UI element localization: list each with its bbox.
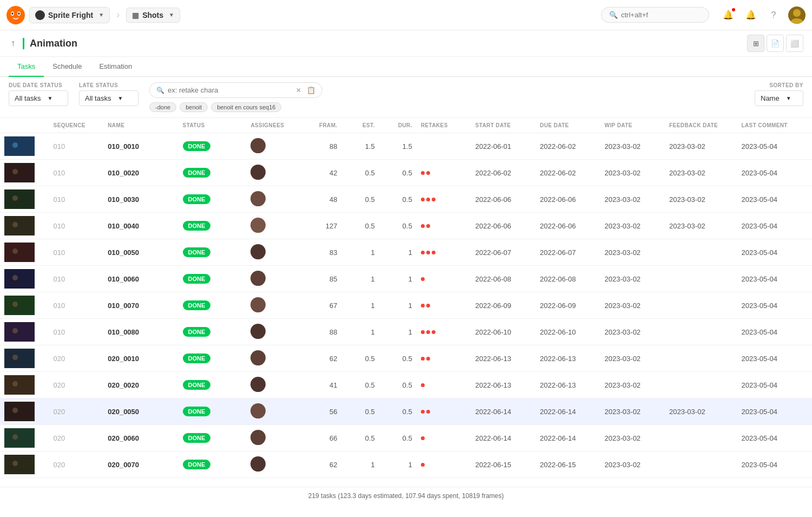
back-button[interactable]: ↑: [9, 36, 17, 50]
row-sequence: 020: [49, 425, 104, 451]
row-feedback-date: [665, 345, 737, 372]
row-assignees: [246, 372, 301, 398]
table-row[interactable]: 010 010_0060 DONE 85 1 1 2022-06-08 2022…: [0, 266, 812, 292]
status-text: 219 tasks (123.3 days estimated, 107.94 …: [308, 492, 504, 500]
col-header-frames[interactable]: FRAM.: [301, 118, 341, 133]
row-name: 010_0060: [103, 266, 178, 292]
row-thumbnail: [0, 213, 49, 239]
col-header-dur[interactable]: DUR.: [379, 118, 417, 133]
row-last-comment: 2023-05-04: [737, 292, 812, 319]
view-toggle: ⊞ 📄 ⬜: [747, 35, 803, 52]
row-retakes: [417, 266, 471, 292]
due-date-filter[interactable]: All tasks ▼: [9, 90, 68, 106]
document-view-button[interactable]: 📄: [767, 35, 784, 52]
col-header-last-comment[interactable]: LAST COMMENT: [737, 118, 812, 133]
row-start-date: 2022-06-06: [471, 186, 536, 213]
tag-benoit-seq16[interactable]: benoit en cours seq16: [211, 102, 281, 112]
status-badge: DONE: [183, 460, 211, 469]
row-thumbnail: [0, 345, 49, 372]
late-filter-value: All tasks: [85, 94, 111, 102]
col-header-name[interactable]: NAME: [103, 118, 178, 133]
table-row[interactable]: 020 020_0020 DONE 41 0.5 0.5 2022-06-13 …: [0, 372, 812, 398]
row-est: 0.5: [342, 213, 379, 239]
row-dur: 0.5: [379, 372, 417, 398]
row-name: 010_0030: [103, 186, 178, 213]
row-wip-date: 2023-03-02: [600, 266, 665, 292]
row-sequence: 010: [49, 186, 104, 213]
sort-select[interactable]: Name ▼: [755, 90, 803, 106]
table-header-row: SEQUENCE NAME STATUS ASSIGNEES FRAM. EST…: [0, 118, 812, 133]
table-row[interactable]: 020 020_0070 DONE 62 1 1 2022-06-15 2022…: [0, 451, 812, 478]
row-feedback-date: [665, 292, 737, 319]
row-due-date: 2022-06-06: [536, 186, 600, 213]
row-last-comment: 2023-05-04: [737, 425, 812, 451]
svg-rect-47: [6, 404, 32, 419]
project-name: Sprite Fright: [48, 11, 93, 19]
svg-rect-15: [6, 192, 32, 207]
table-row[interactable]: 010 010_0030 DONE 48 0.5 0.5 2022-06-06 …: [0, 186, 812, 213]
col-header-wip-date[interactable]: WIP DATE: [600, 118, 665, 133]
svg-point-29: [255, 273, 261, 279]
row-thumbnail: [0, 425, 49, 451]
col-header-feedback-date[interactable]: FEEDBACK DATE: [665, 118, 737, 133]
col-header-start-date[interactable]: START DATE: [471, 118, 536, 133]
row-start-date: 2022-06-14: [471, 398, 536, 425]
row-start-date: 2022-06-06: [471, 213, 536, 239]
global-search-input[interactable]: [621, 11, 691, 19]
task-search-input[interactable]: [168, 86, 293, 94]
user-avatar[interactable]: [788, 6, 806, 24]
col-header-est[interactable]: EST.: [342, 118, 379, 133]
row-frames: 83: [301, 239, 341, 266]
shots-icon: ▦: [132, 11, 139, 19]
notifications-icon[interactable]: 🔔: [720, 7, 736, 23]
bell-icon[interactable]: 🔔: [743, 7, 759, 23]
search-clear-button[interactable]: ✕: [296, 87, 301, 94]
row-last-comment: 2023-05-04: [737, 451, 812, 478]
svg-point-36: [12, 328, 18, 333]
row-assignees: [246, 398, 301, 425]
tag-benoit[interactable]: benoit: [180, 102, 208, 112]
col-header-assignees[interactable]: ASSIGNEES: [246, 118, 301, 133]
row-last-comment: 2023-05-04: [737, 372, 812, 398]
global-search-box[interactable]: 🔍: [601, 7, 709, 23]
export-view-button[interactable]: ⬜: [786, 35, 803, 52]
col-header-retakes[interactable]: RETAKES: [417, 118, 471, 133]
row-due-date: 2022-06-06: [536, 213, 600, 239]
row-wip-date: 2023-03-02: [600, 239, 665, 266]
search-clip-button[interactable]: 📋: [307, 86, 315, 94]
col-header-status[interactable]: STATUS: [179, 118, 247, 133]
table-row[interactable]: 020 020_0010 DONE 62 0.5 0.5 2022-06-13 …: [0, 345, 812, 372]
table-row[interactable]: 020 020_0050 DONE 56 0.5 0.5 2022-06-14 …: [0, 398, 812, 425]
row-last-comment: 2023-05-04: [737, 186, 812, 213]
row-wip-date: 2023-03-02: [600, 398, 665, 425]
col-header-due-date[interactable]: DUE DATE: [536, 118, 600, 133]
row-est: 0.5: [342, 425, 379, 451]
table-row[interactable]: 010 010_0040 DONE 127 0.5 0.5 2022-06-06…: [0, 213, 812, 239]
row-due-date: 2022-06-08: [536, 266, 600, 292]
row-thumbnail: [0, 319, 49, 345]
row-thumbnail: [0, 239, 49, 266]
late-filter[interactable]: All tasks ▼: [79, 90, 138, 106]
project-selector[interactable]: Sprite Fright ▼: [29, 7, 110, 23]
help-icon[interactable]: ?: [765, 7, 782, 23]
table-row[interactable]: 010 010_0050 DONE 83 1 1 2022-06-07 2022…: [0, 239, 812, 266]
row-feedback-date: 2023-03-02: [665, 213, 737, 239]
row-due-date: 2022-06-09: [536, 292, 600, 319]
tab-estimation[interactable]: Estimation: [90, 57, 141, 77]
row-assignees: [246, 213, 301, 239]
task-search-box[interactable]: 🔍 ✕ 📋: [149, 82, 322, 98]
table-row[interactable]: 020 020_0060 DONE 66 0.5 0.5 2022-06-14 …: [0, 425, 812, 451]
table-row[interactable]: 010 010_0010 DONE 88 1.5 1.5 2022-06-01 …: [0, 133, 812, 160]
row-dur: 1: [379, 292, 417, 319]
row-est: 1: [342, 451, 379, 478]
table-row[interactable]: 010 010_0080 DONE 88 1 1 2022-06-10 2022…: [0, 319, 812, 345]
table-row[interactable]: 010 010_0070 DONE 67 1 1 2022-06-09 2022…: [0, 292, 812, 319]
grid-view-button[interactable]: ⊞: [747, 35, 764, 52]
col-header-sequence[interactable]: SEQUENCE: [49, 118, 104, 133]
tag-done[interactable]: -done: [149, 102, 176, 112]
tab-tasks[interactable]: Tasks: [9, 57, 44, 77]
tab-schedule[interactable]: Schedule: [44, 57, 90, 77]
row-retakes: [417, 133, 471, 160]
section-selector[interactable]: ▦ Shots ▼: [126, 8, 180, 23]
table-row[interactable]: 010 010_0020 DONE 42 0.5 0.5 2022-06-02 …: [0, 160, 812, 186]
